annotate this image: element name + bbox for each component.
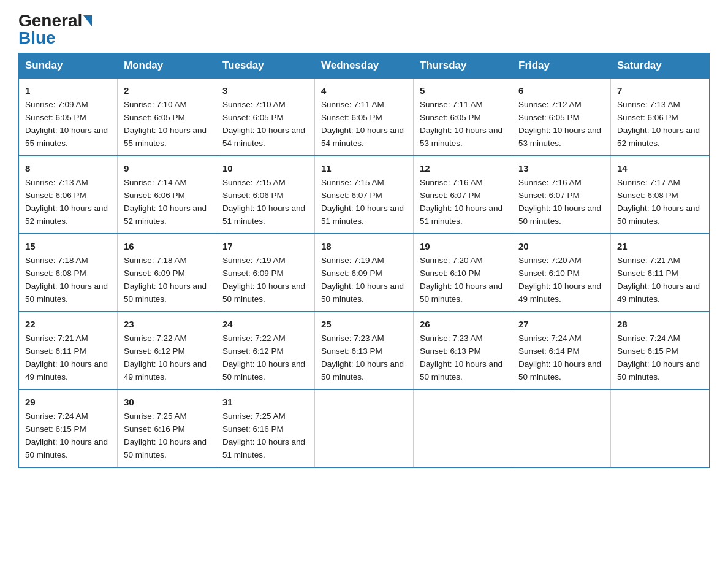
day-info: Sunrise: 7:25 AMSunset: 6:16 PMDaylight:… [124,412,207,459]
day-info: Sunrise: 7:10 AMSunset: 6:05 PMDaylight:… [124,100,207,148]
calendar-cell: 19Sunrise: 7:20 AMSunset: 6:10 PMDayligh… [414,234,512,312]
calendar-cell: 25Sunrise: 7:23 AMSunset: 6:13 PMDayligh… [315,312,414,389]
day-number: 21 [617,239,703,253]
calendar-cell [512,389,611,467]
day-number: 9 [124,161,210,175]
day-info: Sunrise: 7:17 AMSunset: 6:08 PMDaylight:… [617,178,700,226]
day-info: Sunrise: 7:14 AMSunset: 6:06 PMDaylight:… [124,178,207,226]
day-number: 27 [518,317,604,331]
calendar-cell: 15Sunrise: 7:18 AMSunset: 6:08 PMDayligh… [19,234,118,312]
day-number: 10 [222,161,308,175]
day-number: 24 [222,317,308,331]
day-number: 5 [420,83,506,98]
day-info: Sunrise: 7:24 AMSunset: 6:15 PMDaylight:… [617,334,700,381]
day-info: Sunrise: 7:22 AMSunset: 6:12 PMDaylight:… [222,334,305,381]
calendar-cell: 17Sunrise: 7:19 AMSunset: 6:09 PMDayligh… [216,234,315,312]
calendar-cell: 2Sunrise: 7:10 AMSunset: 6:05 PMDaylight… [118,79,216,156]
day-info: Sunrise: 7:20 AMSunset: 6:10 PMDaylight:… [518,256,601,304]
calendar-week-row: 15Sunrise: 7:18 AMSunset: 6:08 PMDayligh… [19,234,710,312]
day-number: 2 [124,83,210,98]
day-info: Sunrise: 7:23 AMSunset: 6:13 PMDaylight:… [321,334,404,381]
day-number: 26 [420,317,506,331]
logo-general-text: General [18,12,82,29]
day-number: 30 [124,395,210,409]
day-info: Sunrise: 7:11 AMSunset: 6:05 PMDaylight:… [321,100,404,148]
calendar-cell: 21Sunrise: 7:21 AMSunset: 6:11 PMDayligh… [611,234,710,312]
calendar-cell: 24Sunrise: 7:22 AMSunset: 6:12 PMDayligh… [216,312,315,389]
calendar-cell: 11Sunrise: 7:15 AMSunset: 6:07 PMDayligh… [315,156,414,234]
calendar-cell: 5Sunrise: 7:11 AMSunset: 6:05 PMDaylight… [414,79,512,156]
day-number: 29 [25,395,111,409]
page-header: General Blue [18,12,710,47]
day-number: 11 [321,161,407,175]
calendar-cell: 23Sunrise: 7:22 AMSunset: 6:12 PMDayligh… [118,312,216,389]
day-info: Sunrise: 7:16 AMSunset: 6:07 PMDaylight:… [518,178,601,226]
day-info: Sunrise: 7:19 AMSunset: 6:09 PMDaylight:… [222,256,305,304]
day-info: Sunrise: 7:23 AMSunset: 6:13 PMDaylight:… [420,334,502,381]
calendar-cell: 8Sunrise: 7:13 AMSunset: 6:06 PMDaylight… [19,156,118,234]
calendar-cell [611,389,710,467]
calendar-cell: 27Sunrise: 7:24 AMSunset: 6:14 PMDayligh… [512,312,611,389]
day-number: 23 [124,317,210,331]
day-number: 3 [222,83,308,98]
day-info: Sunrise: 7:21 AMSunset: 6:11 PMDaylight:… [25,334,108,381]
calendar-cell: 10Sunrise: 7:15 AMSunset: 6:06 PMDayligh… [216,156,315,234]
day-info: Sunrise: 7:10 AMSunset: 6:05 PMDaylight:… [222,100,305,148]
day-info: Sunrise: 7:24 AMSunset: 6:14 PMDaylight:… [518,334,601,381]
column-header-thursday: Thursday [414,53,512,79]
calendar-cell: 30Sunrise: 7:25 AMSunset: 6:16 PMDayligh… [118,389,216,467]
day-number: 19 [420,239,506,253]
calendar-cell [414,389,512,467]
calendar-table: SundayMondayTuesdayWednesdayThursdayFrid… [18,53,710,468]
day-number: 8 [25,161,111,175]
calendar-week-row: 1Sunrise: 7:09 AMSunset: 6:05 PMDaylight… [19,79,710,156]
day-info: Sunrise: 7:15 AMSunset: 6:07 PMDaylight:… [321,178,404,226]
column-header-friday: Friday [512,53,611,79]
calendar-cell: 6Sunrise: 7:12 AMSunset: 6:05 PMDaylight… [512,79,611,156]
calendar-cell: 22Sunrise: 7:21 AMSunset: 6:11 PMDayligh… [19,312,118,389]
calendar-cell: 13Sunrise: 7:16 AMSunset: 6:07 PMDayligh… [512,156,611,234]
calendar-cell [315,389,414,467]
column-header-saturday: Saturday [611,53,710,79]
day-info: Sunrise: 7:22 AMSunset: 6:12 PMDaylight:… [124,334,207,381]
day-number: 18 [321,239,407,253]
calendar-week-row: 22Sunrise: 7:21 AMSunset: 6:11 PMDayligh… [19,312,710,389]
calendar-cell: 29Sunrise: 7:24 AMSunset: 6:15 PMDayligh… [19,389,118,467]
day-number: 17 [222,239,308,253]
calendar-cell: 12Sunrise: 7:16 AMSunset: 6:07 PMDayligh… [414,156,512,234]
column-header-tuesday: Tuesday [216,53,315,79]
calendar-cell: 31Sunrise: 7:25 AMSunset: 6:16 PMDayligh… [216,389,315,467]
day-number: 15 [25,239,111,253]
day-number: 4 [321,83,407,98]
day-number: 12 [420,161,506,175]
day-info: Sunrise: 7:18 AMSunset: 6:09 PMDaylight:… [124,256,207,304]
day-info: Sunrise: 7:15 AMSunset: 6:06 PMDaylight:… [222,178,305,226]
calendar-cell: 14Sunrise: 7:17 AMSunset: 6:08 PMDayligh… [611,156,710,234]
day-info: Sunrise: 7:11 AMSunset: 6:05 PMDaylight:… [420,100,502,148]
day-info: Sunrise: 7:20 AMSunset: 6:10 PMDaylight:… [420,256,502,304]
day-number: 25 [321,317,407,331]
day-number: 13 [518,161,604,175]
calendar-cell: 26Sunrise: 7:23 AMSunset: 6:13 PMDayligh… [414,312,512,389]
day-info: Sunrise: 7:13 AMSunset: 6:06 PMDaylight:… [617,100,700,148]
day-info: Sunrise: 7:16 AMSunset: 6:07 PMDaylight:… [420,178,502,226]
logo-blue-text: Blue [18,29,56,47]
calendar-cell: 20Sunrise: 7:20 AMSunset: 6:10 PMDayligh… [512,234,611,312]
column-header-monday: Monday [118,53,216,79]
calendar-cell: 9Sunrise: 7:14 AMSunset: 6:06 PMDaylight… [118,156,216,234]
calendar-cell: 7Sunrise: 7:13 AMSunset: 6:06 PMDaylight… [611,79,710,156]
day-info: Sunrise: 7:09 AMSunset: 6:05 PMDaylight:… [25,100,108,148]
column-header-wednesday: Wednesday [315,53,414,79]
day-info: Sunrise: 7:24 AMSunset: 6:15 PMDaylight:… [25,412,108,459]
calendar-cell: 3Sunrise: 7:10 AMSunset: 6:05 PMDaylight… [216,79,315,156]
calendar-header-row: SundayMondayTuesdayWednesdayThursdayFrid… [19,53,710,79]
calendar-cell: 28Sunrise: 7:24 AMSunset: 6:15 PMDayligh… [611,312,710,389]
day-number: 22 [25,317,111,331]
calendar-cell: 4Sunrise: 7:11 AMSunset: 6:05 PMDaylight… [315,79,414,156]
day-number: 6 [518,83,604,98]
column-header-sunday: Sunday [19,53,118,79]
day-number: 16 [124,239,210,253]
day-number: 31 [222,395,308,409]
calendar-week-row: 29Sunrise: 7:24 AMSunset: 6:15 PMDayligh… [19,389,710,467]
day-number: 7 [617,83,703,98]
